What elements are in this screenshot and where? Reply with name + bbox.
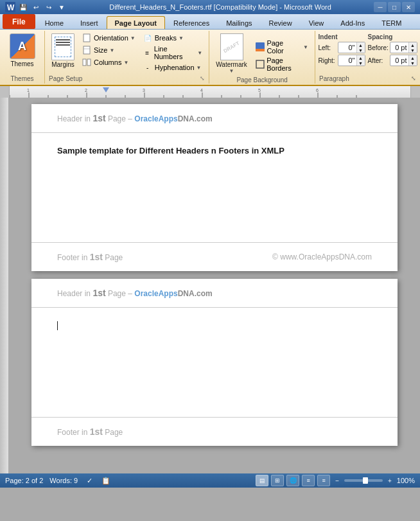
breaks-icon: 📄 (143, 33, 153, 43)
tab-view[interactable]: View (301, 16, 333, 29)
themes-label: Themes (10, 60, 33, 67)
hyphenation-button[interactable]: - Hyphenation ▼ (140, 62, 206, 73)
margins-icon (51, 33, 74, 60)
spacing-after-up[interactable]: ▲ (409, 55, 417, 60)
tab-file[interactable]: File (3, 14, 35, 29)
spacing-after-spinner[interactable]: 0 pt ▲ ▼ (390, 55, 417, 66)
page-borders-button[interactable]: Page Borders (252, 56, 311, 73)
track-changes-icon[interactable]: 📋 (101, 475, 111, 486)
page-color-button[interactable]: Page Color ▼ (252, 39, 311, 55)
page-info: Page: 2 of 2 (5, 477, 43, 484)
tab-mailings[interactable]: Mailings (218, 16, 260, 29)
window-controls: ─ □ ✕ (374, 2, 415, 12)
watermark-icon: DRAFT (220, 33, 243, 60)
page-1-body[interactable]: Sample template for Different Headers n … (31, 133, 398, 229)
maximize-button[interactable]: □ (388, 2, 401, 12)
tab-home[interactable]: Home (37, 16, 72, 29)
indent-right-up[interactable]: ▲ (357, 55, 365, 60)
size-button[interactable]: Size ▼ (79, 44, 138, 56)
page-2: Header in 1st Page – OracleAppsDNA.com F… (31, 279, 398, 446)
minimize-button[interactable]: ─ (374, 2, 387, 12)
spacing-before-spinner[interactable]: 0 pt ▲ ▼ (390, 42, 417, 53)
svg-rect-8 (256, 49, 265, 51)
horizontal-ruler: 1 2 3 4 5 6 (9, 86, 411, 98)
line-numbers-icon: ≡ (143, 48, 152, 58)
status-bar: Page: 2 of 2 Words: 9 ✓ 📋 ▤ ⊞ 🌐 ≡ ≡ − + … (0, 473, 420, 488)
page-color-dropdown: ▼ (303, 44, 308, 50)
page-setup-small-buttons-2: 📄 Breaks ▼ ≡ Line Numbers ▼ - Hyphenatio… (140, 32, 206, 73)
watermark-button[interactable]: DRAFT Watermark ▼ (213, 32, 250, 75)
page-2-footer: Footer in 1st Page (31, 417, 398, 446)
paragraph-content: Indent Left: 0" ▲ ▼ Right: (319, 32, 417, 74)
svg-marker-35 (103, 87, 109, 93)
indent-section: Indent Left: 0" ▲ ▼ Right: (319, 33, 417, 66)
tab-pagelayout[interactable]: Page Layout (107, 16, 165, 29)
columns-button[interactable]: Columns ▼ (79, 57, 138, 68)
page-bg-content: DRAFT Watermark ▼ Page Color ▼ (213, 32, 311, 75)
text-cursor (57, 321, 58, 330)
line-numbers-button[interactable]: ≡ Line Numbers ▼ (140, 44, 206, 61)
spacing-after-row: After: 0 pt ▲ ▼ (368, 55, 417, 66)
close-button[interactable]: ✕ (402, 2, 415, 12)
print-layout-view[interactable]: ▤ (256, 475, 268, 486)
zoom-thumb (363, 477, 368, 484)
spacing-after-down[interactable]: ▼ (409, 60, 417, 66)
spacing-before-row: Before: 0 pt ▲ ▼ (368, 42, 417, 53)
tab-review[interactable]: Review (261, 16, 301, 29)
ruler-area: 1 2 3 4 5 6 (0, 86, 420, 98)
svg-text:6: 6 (316, 88, 319, 93)
redo-icon[interactable]: ↪ (44, 2, 54, 12)
svg-text:W: W (7, 3, 15, 12)
page-setup-expand[interactable]: ⤡ (200, 75, 205, 82)
svg-rect-6 (87, 59, 91, 66)
tab-term[interactable]: TERM (373, 16, 410, 29)
spacing-before-down[interactable]: ▼ (409, 48, 417, 53)
size-dropdown: ▼ (109, 48, 114, 53)
paragraph-expand[interactable]: ⤡ (411, 75, 416, 82)
columns-icon (82, 57, 92, 67)
page-borders-icon (255, 59, 265, 69)
page-2-body[interactable] (31, 308, 398, 404)
indent-left-spinner[interactable]: 0" ▲ ▼ (338, 42, 365, 53)
indent-right-down[interactable]: ▼ (357, 60, 365, 66)
spelling-icon[interactable]: ✓ (84, 475, 94, 486)
status-right: ▤ ⊞ 🌐 ≡ ≡ − + 100% (256, 475, 415, 486)
svg-text:2: 2 (85, 88, 87, 93)
pages-container[interactable]: Header in 1st Page – OracleAppsDNA.com S… (9, 98, 420, 473)
customize-icon[interactable]: ▼ (57, 2, 67, 12)
orientation-button[interactable]: Orientation ▼ (79, 32, 138, 44)
indent-left-up[interactable]: ▲ (357, 42, 365, 48)
page-1-footer: Footer in 1st Page © www.OracleAppsDNA.c… (31, 242, 398, 271)
web-layout-view[interactable]: 🌐 (286, 475, 299, 486)
indent-left-down[interactable]: ▼ (357, 48, 365, 53)
watermark-dropdown: ▼ (229, 68, 234, 74)
save-icon[interactable]: 💾 (18, 2, 28, 12)
themes-group-label: Themes (4, 75, 40, 82)
tab-insert[interactable]: Insert (72, 16, 107, 29)
draft-view[interactable]: ≡ (317, 475, 330, 486)
ribbon-group-themes: A Themes Themes (0, 31, 45, 84)
tab-references[interactable]: References (165, 16, 218, 29)
svg-text:4: 4 (200, 88, 203, 93)
indent-right-spinner[interactable]: 0" ▲ ▼ (338, 55, 365, 66)
undo-icon[interactable]: ↩ (31, 2, 41, 12)
ribbon: A Themes Themes Margins Orientation (0, 30, 420, 86)
document-area: Header in 1st Page – OracleAppsDNA.com S… (0, 98, 420, 473)
page-setup-small-buttons: Orientation ▼ Size ▼ (79, 32, 138, 68)
columns-dropdown: ▼ (123, 60, 128, 66)
outline-view[interactable]: ≡ (302, 475, 315, 486)
full-screen-view[interactable]: ⊞ (271, 475, 284, 486)
tab-addins[interactable]: Add-Ins (332, 16, 373, 29)
ruler-right-margin (411, 86, 420, 98)
indent-left-row: Left: 0" ▲ ▼ (319, 42, 365, 53)
zoom-slider[interactable] (344, 479, 383, 482)
breaks-button[interactable]: 📄 Breaks ▼ (140, 32, 206, 44)
ribbon-group-paragraph: Indent Left: 0" ▲ ▼ Right: (315, 31, 420, 84)
margins-button[interactable]: Margins (49, 32, 77, 69)
page-1-header-text: Header in 1st Page – OracleAppsDNA.com (57, 113, 213, 123)
spacing-before-up[interactable]: ▲ (409, 42, 417, 48)
page-color-border-col: Page Color ▼ Page Borders (252, 39, 311, 73)
ribbon-group-page-setup: Margins Orientation ▼ Size ▼ (45, 31, 209, 84)
svg-text:1: 1 (27, 88, 30, 93)
themes-button[interactable]: A Themes (7, 32, 38, 69)
